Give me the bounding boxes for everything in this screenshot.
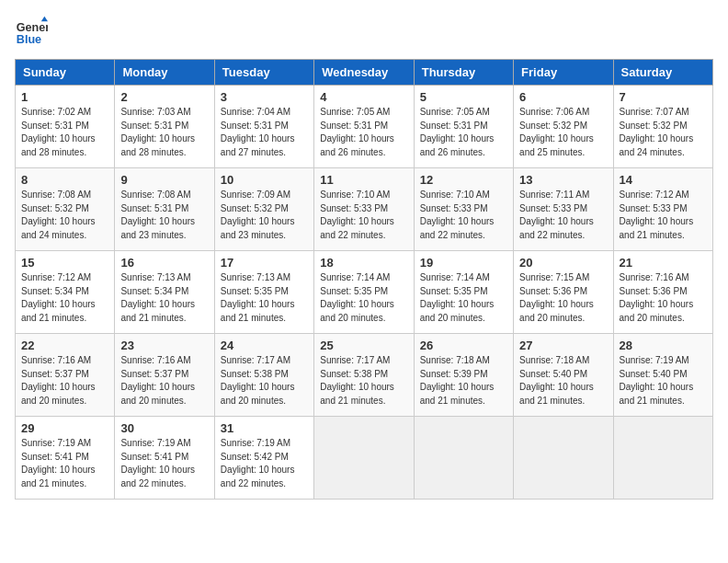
day-number: 2 xyxy=(120,90,208,104)
calendar-cell: 20 Sunrise: 7:15 AMSunset: 5:36 PMDaylig… xyxy=(514,251,613,334)
day-number: 5 xyxy=(420,90,507,104)
calendar-cell: 21 Sunrise: 7:16 AMSunset: 5:36 PMDaylig… xyxy=(613,251,712,334)
calendar-cell: 10 Sunrise: 7:09 AMSunset: 5:32 PMDaylig… xyxy=(214,168,313,251)
calendar-cell: 8 Sunrise: 7:08 AMSunset: 5:32 PMDayligh… xyxy=(16,168,115,251)
calendar-cell: 7 Sunrise: 7:07 AMSunset: 5:32 PMDayligh… xyxy=(613,86,712,168)
calendar-cell: 27 Sunrise: 7:18 AMSunset: 5:40 PMDaylig… xyxy=(514,334,613,417)
day-number: 23 xyxy=(120,339,208,352)
day-number: 21 xyxy=(620,256,707,270)
calendar-cell: 4 Sunrise: 7:05 AMSunset: 5:31 PMDayligh… xyxy=(314,86,414,168)
day-info: Sunrise: 7:19 AMSunset: 5:40 PMDaylight:… xyxy=(620,354,707,408)
day-number: 29 xyxy=(21,421,108,435)
day-info: Sunrise: 7:18 AMSunset: 5:39 PMDaylight:… xyxy=(420,354,507,408)
weekday-tuesday: Tuesday xyxy=(214,60,313,86)
page-header: General Blue xyxy=(15,15,713,48)
day-info: Sunrise: 7:05 AMSunset: 5:31 PMDaylight:… xyxy=(420,106,507,159)
day-info: Sunrise: 7:10 AMSunset: 5:33 PMDaylight:… xyxy=(320,189,407,242)
weekday-friday: Friday xyxy=(514,60,613,86)
week-row-5: 29 Sunrise: 7:19 AMSunset: 5:41 PMDaylig… xyxy=(16,417,713,500)
day-info: Sunrise: 7:07 AMSunset: 5:32 PMDaylight:… xyxy=(620,106,707,159)
calendar-cell: 29 Sunrise: 7:19 AMSunset: 5:41 PMDaylig… xyxy=(16,417,115,500)
day-number: 31 xyxy=(221,421,308,435)
day-info: Sunrise: 7:16 AMSunset: 5:37 PMDaylight:… xyxy=(21,354,108,408)
weekday-saturday: Saturday xyxy=(613,60,712,86)
calendar-cell: 25 Sunrise: 7:17 AMSunset: 5:38 PMDaylig… xyxy=(314,334,414,417)
week-row-3: 15 Sunrise: 7:12 AMSunset: 5:34 PMDaylig… xyxy=(16,251,713,334)
day-info: Sunrise: 7:16 AMSunset: 5:37 PMDaylight:… xyxy=(120,354,208,408)
day-info: Sunrise: 7:04 AMSunset: 5:31 PMDaylight:… xyxy=(221,106,308,159)
day-info: Sunrise: 7:16 AMSunset: 5:36 PMDaylight:… xyxy=(620,271,707,325)
day-info: Sunrise: 7:19 AMSunset: 5:41 PMDaylight:… xyxy=(21,437,108,490)
day-info: Sunrise: 7:02 AMSunset: 5:31 PMDaylight:… xyxy=(21,106,108,159)
weekday-sunday: Sunday xyxy=(16,60,115,86)
day-number: 10 xyxy=(221,173,308,187)
day-info: Sunrise: 7:03 AMSunset: 5:31 PMDaylight:… xyxy=(120,106,208,159)
day-number: 28 xyxy=(620,339,707,352)
calendar-cell: 2 Sunrise: 7:03 AMSunset: 5:31 PMDayligh… xyxy=(115,86,214,168)
calendar-cell xyxy=(514,417,613,500)
day-info: Sunrise: 7:18 AMSunset: 5:40 PMDaylight:… xyxy=(519,354,607,408)
day-number: 11 xyxy=(320,173,407,187)
calendar-cell: 17 Sunrise: 7:13 AMSunset: 5:35 PMDaylig… xyxy=(214,251,313,334)
calendar-cell xyxy=(613,417,712,500)
day-info: Sunrise: 7:05 AMSunset: 5:31 PMDaylight:… xyxy=(320,106,407,159)
day-number: 17 xyxy=(221,256,308,270)
calendar-cell: 16 Sunrise: 7:13 AMSunset: 5:34 PMDaylig… xyxy=(115,251,214,334)
day-number: 14 xyxy=(620,173,707,187)
day-info: Sunrise: 7:08 AMSunset: 5:32 PMDaylight:… xyxy=(21,189,108,242)
day-info: Sunrise: 7:09 AMSunset: 5:32 PMDaylight:… xyxy=(221,189,308,242)
calendar-cell xyxy=(414,417,513,500)
calendar-cell: 14 Sunrise: 7:12 AMSunset: 5:33 PMDaylig… xyxy=(613,168,712,251)
day-info: Sunrise: 7:11 AMSunset: 5:33 PMDaylight:… xyxy=(519,189,607,242)
weekday-monday: Monday xyxy=(115,60,214,86)
day-number: 6 xyxy=(519,90,607,104)
day-number: 13 xyxy=(519,173,607,187)
calendar-cell: 28 Sunrise: 7:19 AMSunset: 5:40 PMDaylig… xyxy=(613,334,712,417)
day-info: Sunrise: 7:12 AMSunset: 5:33 PMDaylight:… xyxy=(620,189,707,242)
weekday-wednesday: Wednesday xyxy=(314,60,414,86)
day-number: 22 xyxy=(21,339,108,352)
calendar-table: SundayMondayTuesdayWednesdayThursdayFrid… xyxy=(15,59,713,500)
week-row-4: 22 Sunrise: 7:16 AMSunset: 5:37 PMDaylig… xyxy=(16,334,713,417)
logo-icon: General Blue xyxy=(15,15,48,48)
day-number: 9 xyxy=(120,173,208,187)
day-info: Sunrise: 7:19 AMSunset: 5:41 PMDaylight:… xyxy=(120,437,208,490)
day-number: 30 xyxy=(120,421,208,435)
calendar-cell: 15 Sunrise: 7:12 AMSunset: 5:34 PMDaylig… xyxy=(16,251,115,334)
day-number: 26 xyxy=(420,339,507,352)
calendar-cell: 24 Sunrise: 7:17 AMSunset: 5:38 PMDaylig… xyxy=(214,334,313,417)
day-number: 12 xyxy=(420,173,507,187)
day-number: 19 xyxy=(420,256,507,270)
day-info: Sunrise: 7:14 AMSunset: 5:35 PMDaylight:… xyxy=(420,271,507,325)
day-number: 16 xyxy=(120,256,208,270)
day-number: 1 xyxy=(21,90,108,104)
day-info: Sunrise: 7:19 AMSunset: 5:42 PMDaylight:… xyxy=(221,437,308,490)
day-info: Sunrise: 7:13 AMSunset: 5:35 PMDaylight:… xyxy=(221,271,308,325)
day-info: Sunrise: 7:14 AMSunset: 5:35 PMDaylight:… xyxy=(320,271,407,325)
day-number: 27 xyxy=(519,339,607,352)
day-number: 20 xyxy=(519,256,607,270)
calendar-cell xyxy=(314,417,414,500)
week-row-1: 1 Sunrise: 7:02 AMSunset: 5:31 PMDayligh… xyxy=(16,86,713,168)
calendar-cell: 18 Sunrise: 7:14 AMSunset: 5:35 PMDaylig… xyxy=(314,251,414,334)
calendar-cell: 6 Sunrise: 7:06 AMSunset: 5:32 PMDayligh… xyxy=(514,86,613,168)
weekday-thursday: Thursday xyxy=(414,60,513,86)
day-info: Sunrise: 7:17 AMSunset: 5:38 PMDaylight:… xyxy=(320,354,407,408)
calendar-cell: 22 Sunrise: 7:16 AMSunset: 5:37 PMDaylig… xyxy=(16,334,115,417)
day-info: Sunrise: 7:10 AMSunset: 5:33 PMDaylight:… xyxy=(420,189,507,242)
calendar-cell: 11 Sunrise: 7:10 AMSunset: 5:33 PMDaylig… xyxy=(314,168,414,251)
day-info: Sunrise: 7:15 AMSunset: 5:36 PMDaylight:… xyxy=(519,271,607,325)
logo: General Blue xyxy=(15,15,48,48)
calendar-cell: 23 Sunrise: 7:16 AMSunset: 5:37 PMDaylig… xyxy=(115,334,214,417)
calendar-cell: 12 Sunrise: 7:10 AMSunset: 5:33 PMDaylig… xyxy=(414,168,513,251)
day-info: Sunrise: 7:08 AMSunset: 5:31 PMDaylight:… xyxy=(120,189,208,242)
day-number: 8 xyxy=(21,173,108,187)
svg-marker-2 xyxy=(41,17,48,21)
day-number: 24 xyxy=(221,339,308,352)
day-number: 4 xyxy=(320,90,407,104)
calendar-cell: 13 Sunrise: 7:11 AMSunset: 5:33 PMDaylig… xyxy=(514,168,613,251)
calendar-cell: 1 Sunrise: 7:02 AMSunset: 5:31 PMDayligh… xyxy=(16,86,115,168)
calendar-cell: 9 Sunrise: 7:08 AMSunset: 5:31 PMDayligh… xyxy=(115,168,214,251)
day-info: Sunrise: 7:13 AMSunset: 5:34 PMDaylight:… xyxy=(120,271,208,325)
calendar-cell: 3 Sunrise: 7:04 AMSunset: 5:31 PMDayligh… xyxy=(214,86,313,168)
